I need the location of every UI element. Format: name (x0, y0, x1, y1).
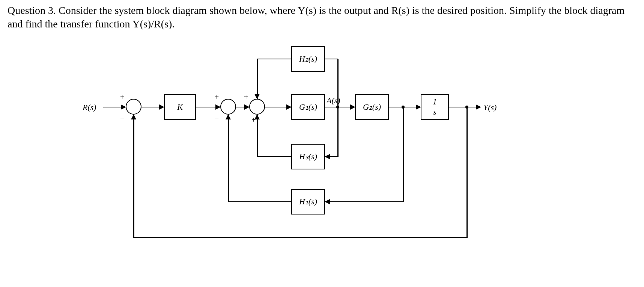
output-signal-label: Y(s) (483, 103, 497, 112)
block-H3: H₃(s) (291, 144, 325, 169)
sum3-plus-left: + (244, 93, 248, 101)
block-K: K (164, 94, 196, 120)
integrator-numerator: 1 (430, 98, 439, 107)
block-integrator: 1 s (421, 94, 449, 120)
sum1-minus: − (120, 114, 124, 122)
summing-junction-2 (220, 99, 236, 115)
summing-junction-1 (126, 99, 141, 115)
question-text: Question 3. Consider the system block di… (8, 4, 636, 31)
block-H2: H₂(s) (291, 46, 325, 72)
sum1-plus: + (120, 93, 124, 101)
input-signal-label: R(s) (83, 103, 96, 112)
sum2-minus: − (215, 114, 219, 122)
block-H1: H₁(s) (291, 189, 325, 214)
sum3-minus-top: − (266, 93, 270, 101)
sum2-plus: + (215, 93, 219, 101)
integrator-denominator: s (433, 107, 436, 116)
summing-junction-3 (249, 99, 265, 115)
block-diagram: R(s) + − K + − + − + G₁(s) A(s) G₂(s) 1 … (83, 39, 495, 249)
block-G2: G₂(s) (355, 94, 389, 120)
block-G1: G₁(s) (291, 94, 325, 120)
